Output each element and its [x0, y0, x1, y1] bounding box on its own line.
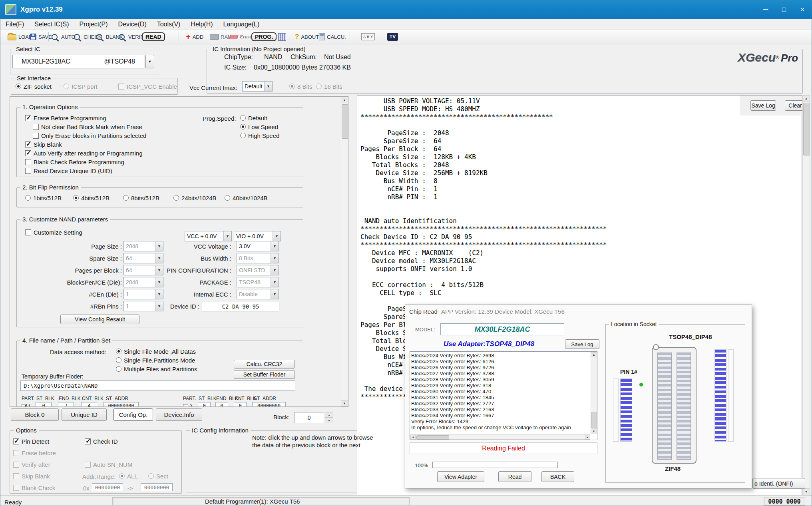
addr-all-radio[interactable]: ALL — [119, 472, 138, 480]
internal-ecc-select[interactable]: Disable▼ — [237, 289, 279, 299]
p1-cnt-blk[interactable]: 4 — [81, 402, 97, 407]
icsp-vcc-checkbox[interactable]: ICSP_VCC Enable — [118, 83, 177, 90]
skip-blank-option-checkbox[interactable]: Skip Blank — [13, 472, 50, 480]
save-log-button[interactable]: Save Log — [750, 100, 776, 111]
minimize-button[interactable]: ─ — [756, 0, 775, 19]
zif-socket-radio[interactable]: ZIF socket — [16, 83, 52, 90]
bitflip-1bits-radio[interactable]: 1bits/512B — [25, 194, 62, 201]
speed-low-radio[interactable]: Low Speed — [240, 123, 278, 130]
block-up-button[interactable]: ▲ — [325, 412, 333, 418]
load-button[interactable]: LOAD — [8, 31, 32, 42]
menu-item[interactable]: Select IC(S) — [29, 19, 74, 30]
blank-check-before-checkbox[interactable]: Blank Check Before Programming — [25, 158, 124, 165]
menu-item[interactable]: File(F) — [0, 19, 29, 30]
not-clear-bad-block-checkbox[interactable]: Not clear Bad Block Mark when Erase — [33, 123, 142, 130]
p2-st-blk[interactable]: 0 — [198, 402, 211, 407]
icsp-port-radio[interactable]: ICSP port — [64, 83, 98, 90]
check-id-checkbox[interactable]: Check ID — [85, 438, 118, 445]
maximize-button[interactable]: □ — [775, 0, 793, 19]
p1-st-blk[interactable]: 0 — [36, 402, 52, 407]
verify-error-list[interactable]: Block#2024 Verify error Bytes: 2698Block… — [410, 351, 597, 440]
ic-dropdown-button[interactable]: ▼ — [145, 55, 154, 68]
p1-end-blk[interactable]: 7 — [58, 402, 74, 407]
single-file-partitions-radio[interactable]: Single File,Partitions Mode — [116, 357, 195, 364]
device-id-field[interactable]: C2 DA 90 95 — [202, 302, 279, 311]
logic-button[interactable]: A-B-Y — [361, 31, 375, 42]
only-erase-partitions-checkbox[interactable]: Only Erase blocks in Partitions selected — [33, 132, 146, 139]
scrollbar-thumb[interactable] — [342, 104, 348, 139]
scroll-right-arrow[interactable]: ► — [585, 434, 590, 440]
auto-identify-onfi-button[interactable]: o Identi. (ONFI) — [752, 478, 805, 489]
vcc-voltage-select[interactable]: 3.0V▼ — [237, 241, 279, 251]
view-adapter-button[interactable]: View Adapter — [437, 471, 484, 482]
multiple-files-radio[interactable]: Multiple Files and Partitions — [116, 365, 197, 373]
p1-st-addr[interactable]: 000000000 — [103, 402, 139, 407]
auto-button[interactable]: AUTO — [52, 31, 76, 42]
menu-item[interactable]: Language(L) — [218, 19, 265, 30]
bits16-radio[interactable]: 16 Bits — [316, 83, 342, 90]
addr-to-field[interactable]: 00000000 — [141, 483, 173, 491]
menu-item[interactable]: Help(H) — [185, 19, 218, 30]
addr-from-field[interactable]: 00000000 — [92, 483, 123, 491]
read-button-dialog[interactable]: Read — [498, 471, 531, 482]
bus-width-select[interactable]: 8 Bits▼ — [237, 253, 279, 263]
about-button[interactable]: ?ABOUT — [295, 31, 319, 42]
partition1-checkbox[interactable]: 1 — [22, 403, 31, 407]
vcc-offset-select[interactable]: VCC + 0.0V▼ — [185, 231, 232, 241]
ram-button[interactable]: RAM — [210, 31, 232, 42]
scrollbar-thumb[interactable] — [803, 103, 810, 155]
p2-cnt-blk[interactable]: 0 — [234, 402, 247, 407]
add-button[interactable]: +ADD — [186, 31, 203, 42]
vio-offset-select[interactable]: VIO + 0.0V▼ — [234, 231, 281, 241]
dialog-save-log-button[interactable]: Save Log — [565, 339, 599, 349]
scroll-up-arrow[interactable]: ▲ — [802, 95, 810, 102]
selected-ic-combo[interactable]: MX30LF2G18AC @TSOP48 — [12, 55, 144, 68]
bitflip-8bits-radio[interactable]: 8bits/512B — [123, 194, 159, 201]
bits8-radio[interactable]: 8 Bits — [289, 83, 312, 90]
auto-sn-checkbox[interactable]: Auto SN_NUM — [85, 461, 132, 468]
erase-before-programming-checkbox[interactable]: Erase Before Programming — [25, 114, 106, 122]
p2-st-addr[interactable]: 00000000 — [252, 402, 286, 407]
set-buffer-folder-button[interactable]: Set Buffer Floder — [234, 370, 295, 379]
addr-sect-radio[interactable]: Sect — [148, 472, 168, 480]
back-button[interactable]: BACK — [541, 471, 574, 482]
bitflip-4bits-radio[interactable]: 4bits/512B — [73, 194, 109, 201]
p2-end-blk[interactable]: 0 — [215, 402, 228, 407]
tv-button[interactable]: TV — [387, 31, 398, 42]
scroll-up-arrow[interactable]: ▲ — [341, 97, 348, 103]
tab-config-op[interactable]: Config Op. — [113, 408, 153, 421]
erase-before-checkbox[interactable]: Erase before — [13, 449, 56, 456]
erase-button[interactable]: Erase — [230, 31, 252, 42]
close-button[interactable]: × — [793, 0, 812, 19]
view-config-result-button[interactable]: View Config Resault — [60, 315, 139, 324]
menu-item[interactable]: Project(P) — [74, 19, 113, 30]
buffer-path-field[interactable]: D:\Xgpro\UserData\NAND — [20, 380, 295, 391]
bitflip-40bits-radio[interactable]: 40bits/1024B — [225, 194, 268, 201]
skip-blank-checkbox[interactable]: Skip Blank — [25, 141, 62, 148]
pin-detect-checkbox[interactable]: Pin Detect — [13, 438, 49, 445]
vcc-imax-select[interactable]: Default▼ — [242, 81, 273, 92]
calcu-button[interactable]: CALCU. — [319, 31, 346, 42]
menu-item[interactable]: Tools(V) — [152, 19, 186, 30]
read-uid-checkbox[interactable]: Read Device Unique ID (UID) — [25, 167, 112, 174]
customize-setting-checkbox[interactable]: Customize Setting — [25, 229, 82, 236]
calc-crc32-button[interactable]: Calcu. CRC32 — [234, 360, 295, 369]
scroll-up-arrow[interactable]: ▲ — [591, 352, 597, 357]
prog-button[interactable]: PROG. — [251, 31, 277, 42]
block-number-field[interactable]: 0 — [294, 412, 324, 423]
bitflip-24bits-radio[interactable]: 24bits/1024B — [173, 194, 217, 201]
tab-block0[interactable]: Block 0 — [11, 408, 59, 421]
hscrollbar-thumb[interactable] — [416, 435, 449, 440]
scroll-down-arrow[interactable]: ▼ — [802, 488, 810, 495]
speed-default-radio[interactable]: Default — [240, 114, 267, 122]
menu-item[interactable]: Device(D) — [113, 19, 152, 30]
socket-grid-button[interactable] — [278, 31, 286, 42]
panel-scrollbar[interactable] — [341, 97, 348, 406]
single-file-all-radio[interactable]: Single File Mode ,All Datas — [116, 348, 196, 355]
auto-verify-checkbox[interactable]: Auto Verify after reading or Programming — [25, 149, 143, 157]
speed-high-radio[interactable]: High Speed — [240, 132, 279, 139]
scroll-down-arrow[interactable]: ▼ — [591, 429, 597, 434]
scroll-down-arrow[interactable]: ▼ — [341, 400, 348, 406]
pin-configuration-select[interactable]: ONFI STD▼ — [237, 265, 279, 275]
blank-check-option-checkbox[interactable]: Blank Check — [13, 484, 55, 491]
